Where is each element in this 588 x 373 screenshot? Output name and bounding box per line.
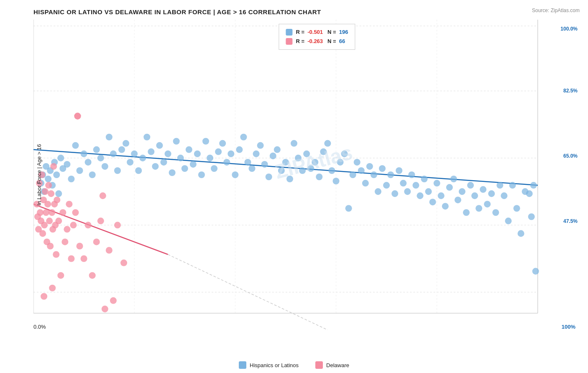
svg-point-87 xyxy=(316,174,322,180)
svg-point-55 xyxy=(182,165,188,172)
svg-point-121 xyxy=(459,188,465,195)
svg-point-107 xyxy=(400,180,406,186)
svg-point-151 xyxy=(42,188,49,195)
svg-point-188 xyxy=(41,293,47,300)
svg-point-47 xyxy=(148,148,154,155)
svg-point-99 xyxy=(366,163,373,170)
svg-point-186 xyxy=(120,260,127,266)
svg-point-122 xyxy=(463,209,470,216)
svg-point-76 xyxy=(270,153,276,159)
svg-point-155 xyxy=(45,182,52,189)
svg-point-167 xyxy=(57,272,64,279)
svg-point-32 xyxy=(85,159,92,166)
chart-container: HISPANIC OR LATINO VS DELAWARE IN LABOR … xyxy=(0,0,588,373)
svg-point-170 xyxy=(64,226,70,232)
svg-point-134 xyxy=(514,205,520,212)
svg-point-27 xyxy=(64,161,70,168)
svg-point-106 xyxy=(396,167,402,174)
svg-point-94 xyxy=(345,205,352,212)
svg-point-68 xyxy=(236,146,243,153)
svg-point-91 xyxy=(332,178,339,184)
svg-point-64 xyxy=(219,140,226,147)
bottom-swatch-blue xyxy=(239,361,246,369)
svg-point-46 xyxy=(143,134,150,141)
svg-point-138 xyxy=(528,213,535,220)
svg-text:ZIPAtlas: ZIPAtlas xyxy=(272,141,355,183)
y-tick-82: 82.5% xyxy=(563,88,578,94)
svg-point-127 xyxy=(484,201,491,207)
svg-point-164 xyxy=(53,251,59,258)
svg-point-69 xyxy=(240,134,247,141)
legend-row-pink: R = -0.263 N = 66 xyxy=(286,37,348,46)
svg-point-139 xyxy=(530,182,537,189)
svg-point-19 xyxy=(45,176,51,182)
svg-point-61 xyxy=(207,155,213,161)
legend-pink-n-label: N = xyxy=(327,38,336,44)
legend-blue-text: R = -0.501 N = 196 xyxy=(296,28,348,37)
svg-point-183 xyxy=(106,247,112,253)
chart-title: HISPANIC OR LATINO VS DELAWARE IN LABOR … xyxy=(33,8,555,15)
svg-point-37 xyxy=(106,134,112,141)
svg-point-173 xyxy=(70,222,77,228)
svg-point-190 xyxy=(102,306,108,312)
svg-point-56 xyxy=(186,146,192,153)
legend-box: R = -0.501 N = 196 R = -0.263 N = 66 xyxy=(279,24,355,50)
svg-point-181 xyxy=(97,217,104,224)
legend-blue-r-label: R = xyxy=(296,29,304,35)
svg-point-67 xyxy=(232,171,238,178)
svg-point-119 xyxy=(450,176,457,182)
svg-point-126 xyxy=(480,186,486,193)
svg-point-189 xyxy=(49,285,56,291)
legend-blue-n-value: 196 xyxy=(339,29,348,35)
svg-point-118 xyxy=(446,184,453,191)
svg-point-96 xyxy=(354,159,360,166)
svg-point-152 xyxy=(43,209,49,216)
svg-point-128 xyxy=(488,190,495,197)
svg-point-57 xyxy=(190,161,197,168)
svg-point-74 xyxy=(261,161,268,168)
svg-point-33 xyxy=(89,171,96,178)
svg-point-171 xyxy=(66,201,72,207)
svg-point-81 xyxy=(291,140,297,147)
legend-blue-n-label: N = xyxy=(327,29,336,35)
svg-point-77 xyxy=(274,146,281,153)
svg-point-185 xyxy=(114,222,121,228)
svg-point-58 xyxy=(194,151,201,157)
svg-point-140 xyxy=(532,268,539,275)
bottom-legend-blue: Hispanics or Latinos xyxy=(239,361,299,369)
svg-point-97 xyxy=(358,167,365,174)
svg-point-116 xyxy=(438,192,445,199)
svg-point-43 xyxy=(131,151,138,157)
svg-point-176 xyxy=(76,243,83,249)
svg-point-39 xyxy=(114,167,121,174)
svg-point-102 xyxy=(379,165,386,172)
y-tick-47: 47.5% xyxy=(563,218,578,224)
legend-pink-n-value: 66 xyxy=(339,38,345,44)
svg-point-51 xyxy=(165,151,171,157)
svg-point-54 xyxy=(177,155,184,161)
svg-point-59 xyxy=(198,171,205,178)
legend-swatch-pink xyxy=(286,38,292,45)
legend-blue-r-value: -0.501 xyxy=(307,29,323,35)
svg-point-169 xyxy=(61,238,68,245)
svg-point-62 xyxy=(211,165,217,172)
svg-point-158 xyxy=(48,190,54,197)
svg-point-105 xyxy=(391,190,398,197)
svg-point-48 xyxy=(152,163,159,170)
svg-point-187 xyxy=(74,113,81,120)
svg-point-137 xyxy=(526,190,533,197)
svg-point-60 xyxy=(202,138,209,145)
scatter-plot: ZIPAtlas xyxy=(33,20,555,330)
svg-point-120 xyxy=(455,197,461,203)
svg-point-145 xyxy=(37,209,43,216)
legend-pink-r-label: R = xyxy=(296,38,304,44)
bottom-label-blue: Hispanics or Latinos xyxy=(250,362,299,368)
svg-point-101 xyxy=(375,188,381,195)
svg-point-177 xyxy=(81,255,87,262)
svg-point-65 xyxy=(223,159,230,166)
svg-point-132 xyxy=(505,217,511,224)
x-axis-right-label: 100% xyxy=(562,324,575,330)
svg-point-29 xyxy=(72,142,79,149)
svg-point-172 xyxy=(68,255,74,262)
bottom-legend: Hispanics or Latinos Delaware xyxy=(239,361,349,369)
